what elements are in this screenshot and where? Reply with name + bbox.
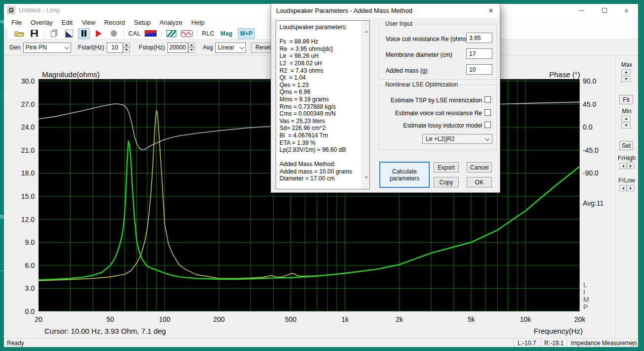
min-up-button[interactable] xyxy=(621,116,631,122)
menu-record[interactable]: Record xyxy=(100,18,129,27)
save-button[interactable] xyxy=(28,28,40,39)
phase-tick-label: -90.0 xyxy=(583,169,599,177)
parameter-line: Sd= 226.98 cm^2 xyxy=(280,125,361,132)
diameter-field-input[interactable] xyxy=(466,48,492,59)
max-up-button[interactable] xyxy=(621,69,631,75)
added-mass-field-input[interactable] xyxy=(466,64,492,75)
menu-view[interactable]: View xyxy=(77,18,100,27)
copy-button[interactable]: Copy xyxy=(434,177,459,187)
maximize-button[interactable] xyxy=(593,4,615,17)
mag-tick-label: 0.0 xyxy=(13,307,35,315)
status-separator xyxy=(540,339,541,347)
spectrum-button[interactable] xyxy=(165,28,177,39)
toolbar-separator xyxy=(123,29,124,38)
mp-label: M+P xyxy=(238,30,254,37)
magnitude-view-button[interactable]: Mag xyxy=(218,28,235,39)
user-input-group: User Input Voice coil resistance Re (ohm… xyxy=(379,24,497,80)
fstop-label: Fstop(Hz) xyxy=(139,44,165,51)
record-start-button[interactable] xyxy=(93,28,105,39)
fstop-spinner[interactable] xyxy=(188,43,195,53)
dialog-close-button[interactable]: × xyxy=(483,5,499,16)
estimate-tsp-checkbox[interactable] xyxy=(484,96,491,103)
export-button[interactable]: Export xyxy=(434,162,459,173)
freq-tick-label: 10k xyxy=(511,315,540,323)
parameter-line xyxy=(280,154,361,161)
averaging-select[interactable]: Linear xyxy=(215,43,246,53)
chevron-down-icon xyxy=(64,44,69,49)
scroll-down-icon[interactable] xyxy=(364,178,368,187)
pause-button[interactable] xyxy=(78,28,90,39)
menu-overlay[interactable]: Overlay xyxy=(26,18,57,27)
menu-analyze[interactable]: Analyze xyxy=(155,18,187,27)
listbox-scrollbar[interactable] xyxy=(362,21,369,189)
b-a-compare-button[interactable] xyxy=(63,28,75,39)
blue-triangle-icon xyxy=(65,30,73,38)
menu-help[interactable]: Help xyxy=(187,18,209,27)
min-down-button[interactable] xyxy=(621,123,631,129)
freq-tick-label: 50 xyxy=(95,315,125,323)
mag-tick-label: 6.0 xyxy=(13,262,35,269)
calculate-parameters-button[interactable]: Calculate parameters xyxy=(379,162,430,188)
fr-display-button[interactable] xyxy=(144,28,157,39)
estimate-re-checkbox[interactable] xyxy=(484,109,491,116)
dialog-title-bar[interactable]: Loudspeaker Parameters - Added Mass Meth… xyxy=(271,4,500,17)
frlow-arrows[interactable] xyxy=(619,185,634,191)
save-floppy-icon xyxy=(31,30,38,37)
minimize-button[interactable] xyxy=(570,4,593,17)
re-field-input[interactable] xyxy=(466,33,492,43)
frhigh-right-button[interactable] xyxy=(627,163,634,169)
min-spinner[interactable] xyxy=(621,116,631,130)
fstart-input[interactable] xyxy=(107,43,123,53)
mag-tick-label: 30.0 xyxy=(13,77,35,85)
frhigh-arrows[interactable] xyxy=(619,163,634,169)
fit-button[interactable]: Fit xyxy=(619,95,633,104)
menu-file[interactable]: File xyxy=(7,18,26,27)
parameters-listbox[interactable]: Loudspeaker parameters: Fs = 88.89 HzRe … xyxy=(276,20,370,189)
parameter-line: Qms = 6.96 xyxy=(280,88,361,96)
toolbar-grip[interactable] xyxy=(6,29,8,38)
mag-tick-label: 3.0 xyxy=(13,284,35,292)
mag-tick-label: 9.0 xyxy=(13,238,35,246)
open-file-button[interactable] xyxy=(13,28,25,39)
added-mass-field-label: Added mass (g) xyxy=(386,67,428,74)
inductor-model-select[interactable]: Le +L2||R2 xyxy=(422,134,492,144)
parameter-line: ETA = 1.39 % xyxy=(280,139,361,147)
magnitude-phase-view-button[interactable]: M+P xyxy=(238,28,255,39)
parameter-line: Vas = 25.23 liters xyxy=(280,118,361,125)
frlow-right-button[interactable] xyxy=(627,185,634,191)
scale-control-strip: Max Fit Min Set FrHigh FrLow xyxy=(615,55,638,338)
parameter-line: Cms = 0.000349 m/N xyxy=(280,110,361,118)
signal-generator-button[interactable] xyxy=(180,28,193,39)
parameter-line: Fs = 88.89 Hz xyxy=(280,38,361,45)
estimate-inductor-checkbox[interactable] xyxy=(484,122,491,128)
status-ready: Ready xyxy=(7,340,24,347)
parameter-line: Diameter = 17.00 cm xyxy=(280,175,361,182)
frhigh-left-button[interactable] xyxy=(619,163,627,169)
calibrate-button[interactable]: CAL xyxy=(128,28,141,39)
green-diagonal-icon xyxy=(166,30,176,37)
phase-tick-label: 0.0 xyxy=(583,123,592,131)
max-spinner[interactable] xyxy=(621,69,631,83)
lse-legend: Nonlinear LSE Optimization xyxy=(383,81,460,88)
close-button[interactable]: × xyxy=(615,4,638,17)
resize-grip[interactable] xyxy=(633,342,637,346)
generator-type-select[interactable]: Pink PN xyxy=(23,43,71,53)
record-stop-button[interactable] xyxy=(108,28,120,39)
rlc-button[interactable]: RLC xyxy=(201,28,215,39)
menu-edit[interactable]: Edit xyxy=(57,18,77,27)
ok-button[interactable]: OK xyxy=(467,177,492,187)
status-bar: Ready L:-10.7 R:-19.1 Impedance Measurem… xyxy=(4,338,638,347)
fstart-spinner[interactable] xyxy=(123,43,130,53)
stop-circle-icon xyxy=(111,30,117,37)
parameter-line: Added mass = 10.00 grams xyxy=(280,168,361,176)
copy-curve-button[interactable] xyxy=(48,28,60,39)
fstop-input[interactable] xyxy=(167,43,188,53)
set-button[interactable]: Set xyxy=(619,141,633,150)
cancel-button[interactable]: Cancel xyxy=(467,162,492,173)
freq-tick-label: 5k xyxy=(456,315,486,323)
menu-setup[interactable]: Setup xyxy=(129,18,155,27)
max-down-button[interactable] xyxy=(621,76,631,82)
frlow-left-button[interactable] xyxy=(619,185,627,191)
freq-tick-label: 2k xyxy=(385,315,414,323)
scroll-up-icon[interactable] xyxy=(364,22,368,31)
